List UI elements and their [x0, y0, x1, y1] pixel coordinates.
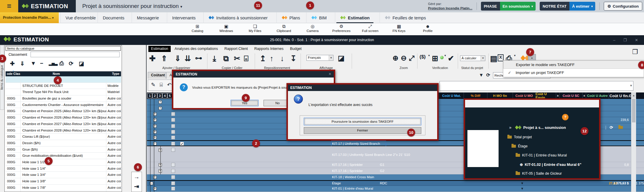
status-green-icon[interactable] — [440, 56, 444, 59]
tree-node[interactable]: KIT-01 | Entrée d'eau Mural — [516, 153, 567, 159]
continue-takeoff-button[interactable]: Poursuivre la soumission dans TAKEOFF — [304, 118, 421, 125]
add-row-icon[interactable]: ✚ — [149, 54, 156, 63]
filter-icon[interactable]: ▼ — [31, 60, 36, 67]
column-type[interactable]: Type — [112, 72, 119, 75]
chevron-down-icon[interactable]: ▾ — [428, 54, 430, 57]
phase-selector[interactable]: PHASE En soumission▾ — [481, 2, 536, 11]
catalog-row[interactable]: 000GCautionnements Chantier - Assurance … — [6, 102, 121, 108]
cost-column-header[interactable]: H MO fin — [487, 92, 513, 99]
add-to-estimate-button[interactable]: → — [132, 172, 142, 182]
cost-column-header[interactable]: Coût U Autre — [586, 92, 609, 99]
project-title[interactable]: Projet à soumissionner pour instruction … — [82, 0, 182, 12]
catalog-row[interactable]: 000GChambre et Pension 2025 (Allez-Retou… — [6, 108, 121, 114]
print-icon[interactable]: ⎙ — [59, 60, 64, 67]
index-column-header[interactable]: 3 — [157, 93, 162, 98]
quickbar-catalog[interactable]: ⊞Catalog — [183, 24, 212, 33]
tab-bim[interactable]: BIM — [306, 12, 332, 23]
tree-node[interactable]: ⊕KIT-01.02 | Entrée d'eau Mural 6" — [520, 162, 581, 168]
cost-column-header[interactable]: Coût U SC — [559, 92, 582, 99]
tree-node[interactable]: Étage — [511, 144, 528, 150]
takeoff-link-icon[interactable]: ▼ — [521, 181, 524, 185]
quickbar-camera[interactable]: ◎Camera — [298, 24, 327, 33]
catalog-row[interactable]: STRUCTURE DE PROJETModèle — [6, 83, 121, 89]
configuration-button[interactable]: ⚙ Configuration — [604, 2, 642, 11]
recalculate-cost-icon[interactable]: ($) — [420, 54, 426, 60]
column-nom[interactable]: Nom — [6, 72, 107, 75]
org-tab[interactable]: Protection Incendie Platin... ▾ — [0, 12, 59, 23]
catalog-row[interactable]: 000GGrue ($/h)Autre coû — [6, 146, 121, 153]
hamburger-menu-icon[interactable]: ≡ — [0, 0, 18, 12]
classement-input[interactable] — [31, 52, 120, 57]
row-checkbox-checked[interactable]: ✓ — [180, 142, 184, 146]
row-checkbox[interactable] — [171, 148, 175, 152]
scrollbar-thumb[interactable] — [632, 99, 635, 122]
index-column-header[interactable]: 2 — [152, 93, 157, 98]
save-icon[interactable]: ⌸ — [160, 82, 163, 88]
chevron-down-icon[interactable]: ▾ — [514, 54, 516, 57]
menu-estimation[interactable]: Estimation — [148, 46, 171, 52]
catalog-row[interactable]: 000GCiseau Lift ($/jour)Autre coû — [6, 134, 121, 140]
excel-export-icon[interactable]: X — [498, 54, 504, 61]
cost-column-header[interactable]: Coût U MO — [513, 92, 535, 99]
quickbar-full-screen[interactable]: ⤢Full screen — [356, 24, 384, 33]
quickbar-preferences[interactable]: ⚙Preferences — [327, 24, 355, 33]
cost-column-header[interactable]: + — [582, 92, 586, 99]
move-top-icon[interactable]: ↥ — [260, 54, 266, 63]
move-down-icon[interactable]: ↓ — [280, 54, 284, 63]
panel-splitter[interactable] — [146, 45, 147, 192]
tab-vue-d-ensemble[interactable]: Vue d'ensemble — [60, 12, 101, 23]
menu-analyses-des-compilations[interactable]: Analyses des compilations — [172, 46, 220, 52]
expand-icon[interactable]: + — [159, 107, 162, 110]
zoom-fit-icon[interactable]: ⤢ — [409, 54, 415, 62]
dialog-title-bar[interactable]: ESTIMATION — [288, 85, 437, 91]
close-button[interactable]: Fermer — [304, 127, 421, 134]
catalog-row[interactable]: 000GHole saw 1 3/4"Autre coû — [6, 172, 121, 178]
cost-column-header[interactable]: Coût U Équip — [535, 92, 556, 99]
view-combobox[interactable]: ▼ — [440, 81, 633, 91]
row-checkbox[interactable] — [171, 112, 175, 116]
image-icon[interactable]: ◪ — [79, 60, 84, 67]
image-view-icon[interactable]: ◪ — [338, 54, 345, 62]
expand-icon[interactable]: + — [159, 100, 162, 104]
tab-intervenants[interactable]: Intervenants — [167, 12, 201, 23]
cost-column-header[interactable]: + — [556, 92, 559, 99]
row-checkbox[interactable] — [171, 136, 175, 139]
state-value[interactable]: À estimer▾ — [569, 2, 595, 11]
paste-add-icon[interactable]: ⤓ — [213, 54, 216, 63]
row-checkbox[interactable] — [171, 181, 175, 185]
catalog-row[interactable]: 000GChambre et Pension 2026 (Allez-Retou… — [6, 114, 121, 121]
toggle-icon[interactable]: ⊶ — [195, 54, 202, 62]
menu-item-importer[interactable]: ✓Importer un projet TAKEOFF — [503, 69, 644, 77]
catalog-row[interactable] — [6, 76, 121, 83]
menu-rapports-internes[interactable]: Rapports Internes — [252, 46, 286, 52]
paste-icon[interactable]: ⌻ — [244, 54, 249, 63]
move-up-icon[interactable]: ↑ — [270, 54, 274, 63]
quickbar-my-files[interactable]: ❏My Files — [241, 24, 269, 33]
managed-by-link[interactable]: Protection Incendie Platin... — [428, 6, 472, 10]
delete-all-icon[interactable]: ⇊ — [185, 54, 191, 63]
cost-column-header[interactable]: Coût U fin.G — [609, 92, 632, 99]
grid-refresh-icon[interactable]: ⟳ — [486, 72, 490, 78]
close-icon[interactable]: ✕ — [328, 72, 331, 76]
row-checkbox[interactable] — [171, 130, 175, 134]
collapse-icon[interactable]: − — [40, 60, 43, 67]
catalog-row[interactable]: 000GHole saw 1 1/2"Autre coû — [6, 159, 121, 166]
delete-row-icon[interactable]: ⇓ — [175, 54, 181, 63]
insert-row-icon[interactable]: ⇑ — [161, 54, 167, 63]
grid-row[interactable]: −ÉtageRDC▼27,421 375,63 $1 375,6 — [147, 180, 644, 186]
row-checkbox[interactable] — [171, 163, 175, 167]
tab-plans[interactable]: Plans — [276, 12, 305, 23]
row-checkbox[interactable] — [171, 187, 175, 191]
row-checkbox[interactable] — [171, 124, 175, 128]
tab-invitations-soumissionner[interactable]: Invitations à soumissionner — [203, 12, 273, 23]
refresh-icon[interactable]: ⟳ — [69, 60, 73, 67]
catalog-row[interactable]: 000GChambre et Pension 2028 (Allez-Retou… — [6, 127, 121, 134]
quickbar-fn-keys[interactable]: ▦FN Keys — [385, 24, 413, 33]
language-combobox[interactable]: Français▼ — [306, 55, 333, 61]
catalog-row[interactable]: 000GHole saw 1 7/8"Autre coû — [6, 185, 121, 191]
cost-column-header[interactable]: Coût U Mat. — [439, 92, 464, 99]
takeoff-link-icon[interactable]: ▼ — [521, 187, 524, 190]
import-item-icon[interactable]: ⇓ — [20, 60, 25, 67]
plan-thumbnail[interactable] — [467, 130, 499, 167]
tab-feuilles-de-temps[interactable]: Feuilles de temps — [380, 12, 431, 23]
